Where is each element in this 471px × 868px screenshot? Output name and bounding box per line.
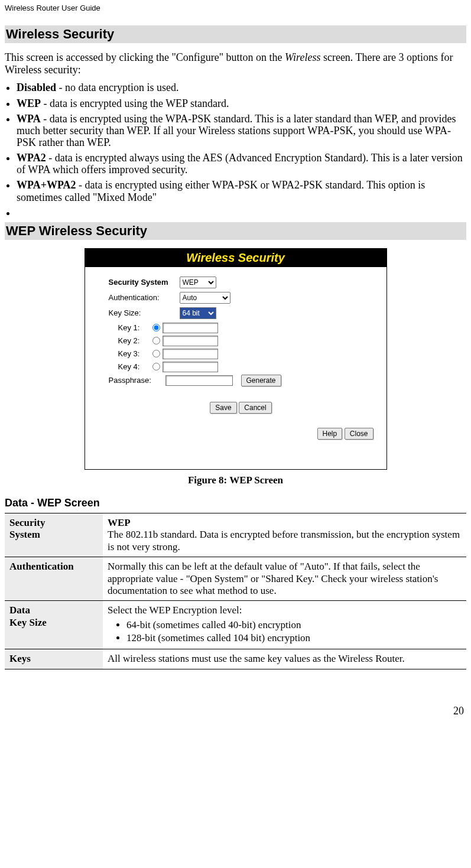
table-row: Data Key Size Select the WEP Encryption … [5, 601, 466, 649]
doc-header: Wireless Router User Guide [5, 4, 466, 12]
table-row: Keys All wireless stations must use the … [5, 649, 466, 669]
option-bold: Disabled [17, 82, 56, 93]
security-system-label: Security System [109, 278, 180, 287]
option-bold: WPA2 [17, 152, 46, 164]
passphrase-label: Passphrase: [109, 376, 165, 385]
list-item: WPA+WPA2 - data is encrypted using eithe… [17, 179, 466, 203]
passphrase-input[interactable] [165, 375, 233, 386]
intro-text-italic: Wireless [285, 51, 320, 63]
key3-label: Key 3: [118, 349, 152, 358]
key4-radio[interactable] [152, 363, 160, 370]
list-item: WEP - data is encrypted using the WEP st… [17, 97, 466, 109]
help-button[interactable]: Help [317, 428, 343, 440]
intro-text-a: This screen is accessed by clicking the … [5, 51, 285, 63]
row2-left: Authentication [5, 557, 103, 601]
list-item: WPA2 - data is encrypted always using th… [17, 152, 466, 175]
data-table-heading: Data - WEP Screen [5, 497, 466, 509]
data-wep-table: Security System WEP The 802.11b standard… [5, 513, 466, 669]
generate-button[interactable]: Generate [241, 375, 281, 386]
table-row: Security System WEP The 802.11b standard… [5, 513, 466, 557]
wep-screenshot: Wireless Security Security System WEP Au… [85, 248, 387, 470]
key2-input[interactable] [163, 336, 218, 346]
list-item-empty [17, 207, 466, 219]
option-rest: - data is encrypted using either WPA-PSK… [17, 179, 425, 203]
security-options-list: Disabled - no data encryption is used. W… [5, 82, 466, 219]
close-button[interactable]: Close [345, 428, 373, 440]
key2-radio[interactable] [152, 337, 160, 344]
figure-caption: Figure 8: WEP Screen [5, 474, 466, 486]
row4-body: All wireless stations must use the same … [103, 649, 466, 669]
option-rest: - data is encrypted always using the AES… [17, 152, 463, 175]
keysize-select[interactable]: 64 bit [180, 307, 216, 319]
option-bold: WEP [17, 97, 41, 109]
keysize-label: Key Size: [109, 308, 180, 317]
key2-label: Key 2: [118, 336, 152, 345]
key4-input[interactable] [163, 362, 218, 372]
security-system-select[interactable]: WEP [180, 277, 216, 288]
table-row: Authentication Normally this can be left… [5, 557, 466, 601]
section-wep-heading: WEP Wireless Security [5, 222, 466, 240]
row1-body: The 802.11b standard. Data is encrypted … [108, 529, 460, 552]
key1-radio[interactable] [152, 324, 160, 331]
list-item: WPA - data is encrypted using the WPA-PS… [17, 113, 466, 148]
row3-li2: 128-bit (sometimes called 104 bit) encry… [126, 632, 462, 644]
row3-left-a: Data [9, 604, 30, 616]
row2-body: Normally this can be left at the default… [103, 557, 466, 601]
row1-bold: WEP [108, 517, 131, 528]
intro-paragraph: This screen is accessed by clicking the … [5, 51, 466, 76]
row3-left-b: Key Size [9, 617, 47, 628]
cancel-button[interactable]: Cancel [239, 402, 271, 414]
key3-input[interactable] [163, 349, 218, 359]
row3-body: Select the WEP Encryption level: [108, 604, 242, 616]
key4-label: Key 4: [118, 362, 152, 371]
option-rest: - data is encrypted using the WEP standa… [41, 97, 229, 109]
auth-select[interactable]: Auto [180, 292, 230, 304]
option-rest: - data is encrypted using the WPA-PSK st… [17, 113, 456, 148]
section-wireless-security-heading: Wireless Security [5, 25, 466, 43]
screenshot-titlebar: Wireless Security [85, 249, 386, 267]
save-button[interactable]: Save [210, 402, 236, 414]
option-rest: - no data encryption is used. [56, 82, 178, 93]
key1-input[interactable] [163, 323, 218, 333]
page-number: 20 [5, 705, 466, 717]
row4-left: Keys [5, 649, 103, 669]
row-left-a: Security [9, 517, 45, 528]
list-item: Disabled - no data encryption is used. [17, 82, 466, 93]
auth-label: Authentication: [109, 293, 180, 302]
row-left-b: System [9, 529, 40, 540]
row3-li1: 64-bit (sometimes called 40-bit) encrypt… [126, 619, 462, 631]
key3-radio[interactable] [152, 350, 160, 357]
option-bold: WPA [17, 113, 41, 125]
key1-label: Key 1: [118, 323, 152, 332]
option-bold: WPA+WPA2 [17, 179, 76, 191]
